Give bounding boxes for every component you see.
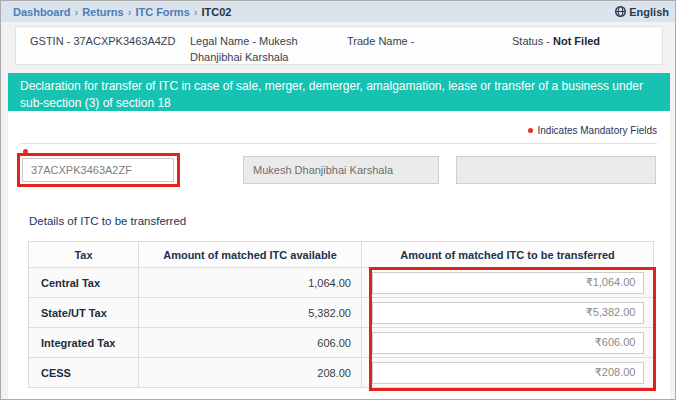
cess-transfer-input[interactable]	[372, 362, 644, 384]
breadcrumb-separator: ›	[74, 6, 78, 18]
gst-portal-screen: Dashboard › Returns › ITC Forms › ITC02 …	[0, 0, 676, 400]
breadcrumb-dashboard[interactable]: Dashboard	[13, 6, 70, 18]
tax-label: Integrated Tax	[29, 328, 139, 358]
breadcrumb-bar: Dashboard › Returns › ITC Forms › ITC02 …	[1, 1, 676, 22]
legal-name-text: Legal Name - Mukesh Dhanjibhai Karshala	[190, 34, 345, 66]
tax-label: CESS	[29, 358, 139, 388]
language-selector[interactable]: English	[615, 1, 669, 22]
itc-transfer-table: Tax Amount of matched ITC available Amou…	[28, 241, 654, 388]
mandatory-dot-icon	[528, 128, 533, 133]
breadcrumb-itc-forms[interactable]: ITC Forms	[135, 6, 189, 18]
breadcrumb-separator: ›	[128, 6, 132, 18]
transferee-trade-name-field	[456, 156, 656, 184]
state-ut-tax-transfer-input[interactable]	[372, 302, 644, 324]
status-text: Status - Not Filed	[512, 34, 662, 50]
trade-name-text: Trade Name -	[347, 34, 497, 50]
transferee-gstin-input[interactable]	[22, 158, 174, 182]
taxpayer-header: GSTIN - 37ACXPK3463A4ZD Legal Name - Muk…	[15, 26, 663, 65]
mandatory-fields-note: Indicates Mandatory Fields	[528, 125, 657, 136]
annotation-highlight-gstin	[17, 153, 180, 187]
tax-label: State/UT Tax	[29, 298, 139, 328]
itc-available-value: 208.00	[139, 358, 362, 388]
form-title-banner: Declaration for transfer of ITC in case …	[8, 73, 670, 111]
mandatory-note-label: Indicates Mandatory Fields	[537, 125, 657, 136]
content-panel: Indicates Mandatory Fields Details of IT…	[8, 111, 670, 400]
breadcrumb-returns[interactable]: Returns	[82, 6, 124, 18]
divider	[21, 143, 657, 144]
status-value: Not Filed	[553, 35, 600, 47]
tax-label: Central Tax	[29, 268, 139, 298]
gstin-text: GSTIN - 37ACXPK3463A4ZD	[30, 34, 200, 50]
transferee-legal-name-field	[243, 156, 439, 184]
language-label: English	[629, 6, 669, 18]
header-tax: Tax	[29, 242, 139, 268]
header-itc-transferred: Amount of matched ITC to be transferred	[362, 242, 654, 268]
table-header-row: Tax Amount of matched ITC available Amou…	[29, 242, 654, 268]
header-itc-available: Amount of matched ITC available	[139, 242, 362, 268]
table-row-central-tax: Central Tax 1,064.00	[29, 268, 654, 298]
table-row-integrated-tax: Integrated Tax 606.00	[29, 328, 654, 358]
central-tax-transfer-input[interactable]	[372, 272, 644, 294]
section-title: Details of ITC to be transferred	[29, 215, 186, 227]
table-row-cess: CESS 208.00	[29, 358, 654, 388]
breadcrumb-separator: ›	[194, 6, 198, 18]
table-row-state-ut-tax: State/UT Tax 5,382.00	[29, 298, 654, 328]
globe-icon	[615, 6, 626, 17]
breadcrumb: Dashboard › Returns › ITC Forms › ITC02	[1, 6, 231, 18]
integrated-tax-transfer-input[interactable]	[372, 332, 644, 354]
itc-available-value: 1,064.00	[139, 268, 362, 298]
status-label: Status -	[512, 35, 553, 47]
itc-available-value: 5,382.00	[139, 298, 362, 328]
breadcrumb-current-itc02: ITC02	[201, 6, 231, 18]
itc-available-value: 606.00	[139, 328, 362, 358]
